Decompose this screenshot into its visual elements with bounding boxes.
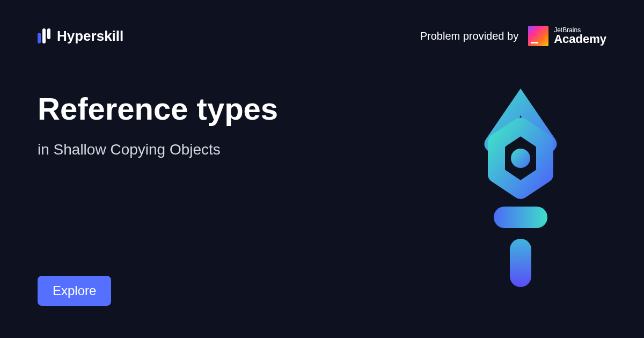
jetbrains-icon [528,26,548,46]
jetbrains-text: JetBrains Academy [554,27,606,45]
page-subtitle: in Shallow Copying Objects [38,141,354,158]
hyperskill-logo: Hyperskill [38,28,123,45]
hyperskill-logo-text: Hyperskill [57,28,123,45]
main-content: Reference types in Shallow Copying Objec… [0,92,392,158]
header: Hyperskill Problem provided by JetBrains… [0,0,644,46]
hyperskill-icon [38,28,50,43]
explore-button[interactable]: Explore [38,276,111,306]
svg-point-0 [511,149,530,168]
jetbrains-academy-logo: JetBrains Academy [528,26,606,46]
provider-group: Problem provided by JetBrains Academy [420,26,606,46]
page-title: Reference types [38,92,354,126]
pen-nib-icon [467,86,574,290]
svg-rect-2 [510,239,531,287]
jetbrains-label-large: Academy [554,33,606,45]
provider-label: Problem provided by [420,30,518,42]
svg-rect-1 [494,207,547,228]
